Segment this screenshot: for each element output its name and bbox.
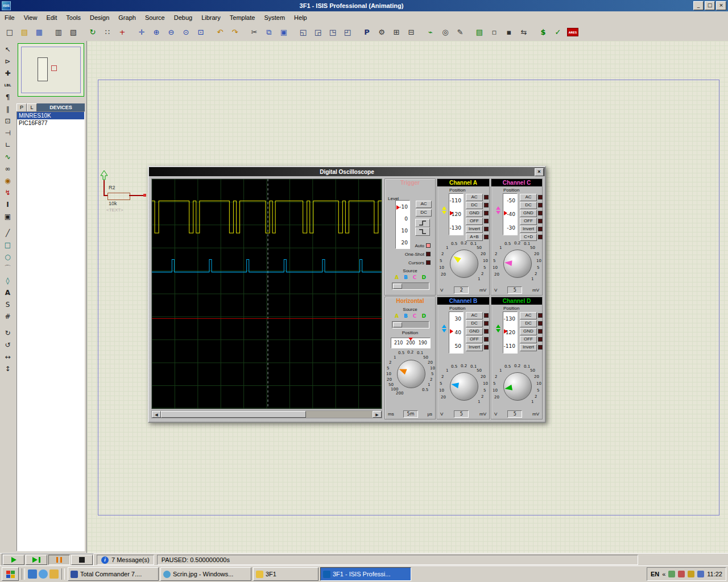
2d-text-icon[interactable]: A (1, 286, 14, 298)
device-pins-icon[interactable]: ∟ (1, 139, 14, 151)
channel-button[interactable]: Invert (520, 225, 543, 233)
timebase-knob[interactable] (397, 360, 425, 388)
rotate-clockwise-icon[interactable]: ↻ (1, 327, 14, 339)
channel-button[interactable]: C+D (520, 233, 543, 241)
channel-button[interactable]: DC (466, 319, 489, 327)
block-move-icon[interactable]: ◲ (311, 26, 325, 39)
wire-autorouter-icon[interactable]: ⌁ (424, 26, 437, 39)
trigger-source-thumb[interactable] (393, 284, 402, 289)
zoom-area-icon[interactable]: ⊡ (194, 26, 208, 39)
2d-symbol-icon[interactable]: S (1, 298, 14, 310)
mirror-y-icon[interactable]: ↕ (1, 363, 14, 375)
channel-button[interactable]: GND (466, 327, 489, 335)
close-button[interactable]: × (716, 1, 726, 10)
channel-b-gain-knob[interactable] (450, 372, 478, 401)
subcircuit-icon[interactable]: ⊡ (1, 115, 14, 127)
menu-library[interactable]: Library (197, 13, 225, 23)
2d-box-icon[interactable]: □ (1, 239, 14, 251)
channel-b-position-slider[interactable]: 304050 (449, 311, 464, 354)
zoom-out-icon[interactable]: ⊖ (164, 26, 178, 39)
property-assignment-icon[interactable]: ✎ (453, 26, 467, 39)
channel-a-position-slider[interactable]: -110-120-130 (449, 193, 464, 235)
channel-button[interactable]: Invert (466, 225, 489, 233)
virtual-instruments-icon[interactable]: ▣ (1, 210, 14, 222)
new-design-icon[interactable]: □ (3, 26, 16, 39)
rotate-anticlockwise-icon[interactable]: ↺ (1, 339, 14, 351)
mark-output-area-icon[interactable]: ▧ (67, 26, 80, 39)
new-sheet-icon[interactable]: ▫ (487, 26, 501, 39)
one-shot-button[interactable]: One-Shot (405, 252, 424, 257)
channel-button[interactable]: OFF (520, 217, 543, 225)
tray-display-icon[interactable] (678, 571, 685, 577)
mirror-x-icon[interactable]: ↔ (1, 351, 14, 363)
channel-button[interactable]: Invert (520, 343, 543, 351)
voltage-probe-icon[interactable]: ↯ (1, 186, 14, 198)
wire-label-icon[interactable]: LBL (1, 79, 14, 91)
menu-system[interactable]: System (259, 13, 289, 23)
menu-file[interactable]: File (0, 13, 19, 23)
bill-of-materials-icon[interactable]: $ (536, 26, 550, 39)
graph-mode-icon[interactable]: ∿ (1, 151, 14, 163)
goto-sheet-icon[interactable]: ⇆ (517, 26, 531, 39)
text-script-icon[interactable]: ¶ (1, 91, 14, 103)
channel-button[interactable]: DC (520, 319, 543, 327)
selection-mode-icon[interactable]: ↖ (1, 43, 14, 55)
scope-h-scrollbar[interactable]: ◀ ▶ (151, 410, 382, 418)
channel-button[interactable]: AC (520, 193, 543, 201)
remove-sheet-icon[interactable]: ▪ (502, 26, 516, 39)
zoom-all-icon[interactable]: ⊙ (179, 26, 193, 39)
decompose-icon[interactable]: ⊟ (404, 26, 418, 39)
input-terminal-arrow-icon[interactable] (100, 169, 109, 181)
channel-button[interactable]: OFF (466, 217, 489, 225)
make-device-icon[interactable]: ⚙ (375, 26, 388, 39)
menu-view[interactable]: View (19, 13, 42, 23)
trigger-rising-edge-button[interactable] (415, 219, 430, 227)
channel-button[interactable]: DC (520, 201, 543, 209)
wire-right[interactable] (129, 195, 144, 196)
trigger-source-slider[interactable] (392, 282, 429, 290)
stop-button[interactable] (71, 555, 93, 565)
channel-d-position-arrows-icon[interactable] (496, 325, 500, 332)
minimize-button[interactable]: _ (693, 1, 704, 10)
component-mode-icon[interactable]: ⊳ (1, 55, 14, 67)
wire-vertical[interactable] (104, 180, 105, 196)
buses-icon[interactable]: ∥ (1, 103, 14, 115)
channel-button[interactable]: GND (466, 209, 489, 217)
quick-launch-browser-icon[interactable] (39, 569, 48, 579)
cursors-button[interactable]: Cursors (408, 260, 424, 265)
menu-source[interactable]: Source (140, 13, 169, 23)
channel-button[interactable]: AC (466, 311, 489, 319)
electrical-rule-check-icon[interactable]: ✓ (551, 26, 565, 39)
pause-button[interactable] (48, 555, 70, 565)
trigger-ac-button[interactable]: AC (416, 201, 432, 208)
design-explorer-icon[interactable]: ▤ (473, 26, 486, 39)
scroll-right-icon[interactable]: ▶ (373, 411, 382, 418)
horizontal-source-slider[interactable] (392, 321, 429, 329)
tray-collapse-icon[interactable]: « (662, 571, 665, 577)
channel-button[interactable]: GND (520, 327, 543, 335)
component-ref[interactable]: R2 (109, 185, 115, 190)
open-design-icon[interactable]: ▤ (18, 26, 31, 39)
component-value[interactable]: 10k (109, 201, 117, 206)
zoom-in-icon[interactable]: ⊕ (150, 26, 163, 39)
2d-line-icon[interactable]: ╱ (1, 227, 14, 239)
scroll-thumb[interactable] (161, 411, 306, 418)
search-and-tag-icon[interactable]: ◎ (439, 26, 452, 39)
quick-launch-desktop-icon[interactable] (28, 569, 37, 579)
oscilloscope-titlebar[interactable]: Digital Oscilloscope × (149, 167, 545, 176)
task-total-commander[interactable]: Total Commander 7.... (68, 567, 159, 581)
2d-arc-icon[interactable]: ⌒ (1, 263, 14, 275)
channel-d-gain-knob[interactable] (503, 372, 532, 401)
horizontal-position-wheel[interactable]: 210200190 (391, 338, 431, 348)
channel-button[interactable]: DC (466, 201, 489, 209)
tray-antivirus-icon[interactable] (688, 571, 694, 577)
schematic-overview[interactable] (18, 43, 84, 97)
oscilloscope-close-icon[interactable]: × (535, 168, 544, 176)
device-item-minres10k[interactable]: MINRES10K (17, 112, 84, 119)
channel-button[interactable]: A+B (466, 233, 489, 241)
junction-dot-icon[interactable]: ✚ (1, 67, 14, 79)
language-indicator[interactable]: EN (651, 571, 659, 577)
channel-c-position-arrows-icon[interactable] (496, 206, 500, 214)
generator-icon[interactable]: ◉ (1, 174, 14, 186)
cut-icon[interactable]: ✂ (247, 26, 261, 39)
